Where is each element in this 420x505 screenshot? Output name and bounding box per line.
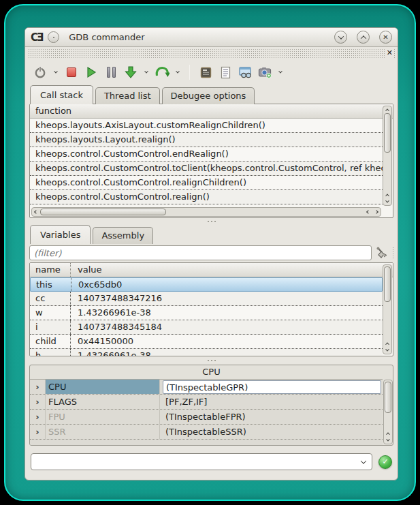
variable-row[interactable]: child 0x44150000 (30, 335, 383, 349)
chevron-down-icon (144, 70, 148, 74)
scroll-up-icon[interactable] (387, 430, 389, 437)
power-dropdown[interactable] (52, 64, 60, 80)
maximize-button[interactable] (357, 31, 370, 44)
pause-button[interactable] (103, 64, 119, 80)
scroll-up-icon[interactable] (386, 192, 389, 198)
tab-thread-list[interactable]: Thread list (95, 87, 160, 104)
variable-row[interactable]: h 1.43266961e-38 (30, 349, 383, 356)
scrollbar-thumb[interactable] (40, 209, 166, 215)
variable-value: 0xc65db0 (71, 278, 382, 291)
send-command-button[interactable]: ✓ (378, 455, 392, 469)
variable-value: 1.43266961e-38 (71, 349, 383, 356)
callstack-row[interactable]: kheops.control.CustomControl.realignChil… (30, 176, 383, 190)
callstack-row[interactable]: kheops.layouts.AxisLayout.customRealignC… (30, 119, 383, 133)
scrollbar-thumb[interactable] (385, 382, 391, 413)
splitter-handle[interactable] (25, 218, 398, 225)
callstack-row[interactable]: kheops.control.CustomControl.realign() (30, 190, 383, 204)
step-over-button[interactable] (154, 64, 170, 80)
frame-label: kheops.control.CustomControl.endRealign(… (35, 147, 229, 161)
dock-close-button[interactable]: ✕ (385, 48, 394, 58)
chevron-down-icon (176, 70, 180, 74)
register-group-name: SSR (45, 425, 159, 439)
callstack-row[interactable]: kheops.control.CustomControl.endRealign(… (30, 147, 383, 162)
variables-vertical-scrollbar[interactable] (383, 264, 392, 354)
scroll-up-icon[interactable] (386, 340, 389, 347)
scroll-down-icon[interactable] (387, 437, 389, 444)
clear-filter-button[interactable] (375, 246, 389, 260)
frame-label: kheops.layouts.Layout.realign() (35, 133, 176, 147)
play-icon (85, 66, 97, 78)
pause-icon (107, 67, 116, 78)
filter-input[interactable] (29, 245, 372, 260)
variable-value: 140737488347216 (71, 292, 383, 305)
power-button[interactable] (32, 64, 48, 80)
gdb-command-row: ✓ (31, 453, 392, 470)
size-grip[interactable] (392, 247, 395, 259)
cpu-panel-title: CPU (30, 365, 393, 379)
chevron-down-icon (361, 458, 366, 463)
scroll-down-icon[interactable] (386, 198, 389, 205)
shade-button[interactable] (334, 31, 347, 44)
show-output-button[interactable] (217, 64, 233, 80)
callstack-row[interactable]: kheops.control.CustomControl.toClient(kh… (30, 162, 383, 176)
scroll-down-icon[interactable] (386, 347, 389, 354)
scroll-left-icon[interactable] (364, 211, 372, 213)
variable-name: i (35, 320, 71, 334)
splitter-handle[interactable] (25, 356, 398, 365)
scroll-up-icon[interactable] (386, 106, 389, 113)
variable-row[interactable]: w 1.43266961e-38 (30, 306, 383, 320)
callstack-column-header[interactable]: function (30, 104, 393, 119)
cpu-inspector: CPU › CPU (TInspectableGPR) › FLAGS [PF,… (29, 365, 393, 446)
cpu-row[interactable]: › FPU (TInspectableFPR) (30, 410, 383, 425)
scrollbar-thumb[interactable] (384, 266, 391, 302)
tab-variables[interactable]: Variables (30, 225, 91, 244)
callstack-horizontal-scrollbar[interactable] (31, 207, 381, 217)
cpu-row[interactable]: › CPU (TInspectableGPR) (30, 380, 383, 395)
register-group-value[interactable]: (TInspectableGPR) (159, 380, 383, 394)
watch-expression-button[interactable] (237, 64, 253, 80)
variable-row[interactable]: i 140737488345184 (30, 320, 383, 335)
snapshot-dropdown[interactable] (276, 64, 285, 80)
tab-debugee-options[interactable]: Debugee options (162, 87, 255, 104)
expand-icon[interactable]: › (30, 380, 45, 394)
expand-icon[interactable]: › (30, 410, 45, 424)
gdb-command-combobox[interactable] (31, 453, 372, 470)
callstack-row[interactable]: kheops.layouts.Layout.realign() (30, 133, 383, 147)
close-button[interactable]: ✕ (379, 31, 392, 44)
tab-call-stack[interactable]: Call stack (30, 85, 93, 104)
gdb-commander-window: CƎ GDB commander ✕ ✕ (25, 27, 398, 480)
variable-name: this (36, 278, 71, 291)
callstack-rows: kheops.layouts.AxisLayout.customRealignC… (30, 119, 383, 206)
variable-row[interactable]: this 0xc65db0 (30, 277, 383, 292)
value-editor[interactable]: (TInspectableGPR) (163, 380, 381, 394)
cpu-row[interactable]: › SSR (TInspectableSSR) (30, 425, 383, 440)
expand-icon[interactable]: › (30, 425, 45, 439)
expand-icon[interactable]: › (30, 395, 45, 409)
scroll-right-icon[interactable] (372, 211, 381, 213)
cpu-row[interactable]: › FLAGS [PF,ZF,IF] (30, 395, 383, 410)
step-into-dropdown[interactable] (142, 64, 150, 80)
variables-column-header[interactable]: name value (30, 263, 393, 277)
step-into-button[interactable] (123, 64, 139, 80)
window-frame: CƎ GDB commander ✕ ✕ (4, 4, 416, 501)
run-button[interactable] (83, 64, 99, 80)
power-icon (33, 65, 47, 79)
titlebar[interactable]: CƎ GDB commander ✕ (25, 28, 398, 47)
show-cpu-button[interactable] (197, 64, 214, 80)
variable-row[interactable]: cc 140737488347216 (30, 292, 383, 306)
scroll-left-icon[interactable] (32, 211, 40, 213)
dock-drag-handle[interactable]: ✕ (27, 48, 395, 59)
broom-icon (375, 246, 389, 260)
step-over-dropdown[interactable] (174, 64, 182, 80)
callstack-vertical-scrollbar[interactable] (383, 106, 392, 206)
window-menu-button[interactable] (48, 31, 59, 43)
cpu-property-grid: › CPU (TInspectableGPR) › FLAGS [PF,ZF,I… (30, 379, 383, 445)
scrollbar-thumb[interactable] (384, 113, 391, 153)
step-over-icon (155, 65, 169, 79)
register-group-value: (TInspectableFPR) (159, 410, 383, 424)
stop-button[interactable] (63, 64, 80, 80)
tab-assembly[interactable]: Assembly (93, 227, 153, 244)
cpu-vertical-scrollbar[interactable] (383, 380, 393, 444)
snapshot-button[interactable] (257, 64, 273, 80)
step-into-icon (124, 65, 138, 79)
